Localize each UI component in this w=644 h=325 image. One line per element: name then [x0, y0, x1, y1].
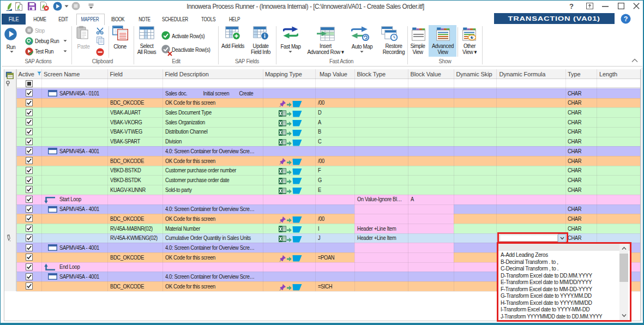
- svg-text:?: ?: [624, 15, 628, 23]
